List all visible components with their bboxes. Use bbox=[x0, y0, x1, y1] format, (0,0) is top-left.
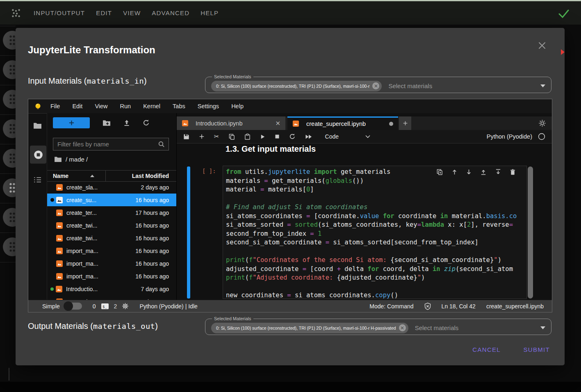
breadcrumb[interactable]: / made / bbox=[54, 156, 88, 163]
cell-type-select[interactable]: Code bbox=[325, 133, 339, 140]
jupyter-menu-settings[interactable]: Settings bbox=[198, 103, 219, 109]
duplicate-cell-icon[interactable] bbox=[437, 169, 443, 175]
stop-kernel-icon[interactable] bbox=[275, 134, 280, 139]
chevron-down-icon[interactable] bbox=[540, 326, 545, 329]
code-line[interactable] bbox=[226, 283, 526, 292]
chip-remove-icon[interactable]: ✕ bbox=[399, 324, 406, 331]
kernel-chip-icon[interactable] bbox=[122, 303, 129, 310]
copy-cells-icon[interactable] bbox=[229, 134, 235, 140]
notebook-scrollbar[interactable] bbox=[528, 166, 533, 299]
jupyter-menu-help[interactable]: Help bbox=[231, 103, 244, 109]
save-icon[interactable] bbox=[183, 134, 189, 140]
code-line[interactable]: print(f"Adjusted coordinate: {adjusted_c… bbox=[226, 273, 526, 283]
insert-cell-above-icon[interactable] bbox=[481, 169, 486, 175]
code-line[interactable]: second_from_top_index = 1 bbox=[226, 230, 526, 239]
file-row[interactable]: import_ma...16 hours ago bbox=[47, 244, 176, 257]
kernel-indicator[interactable]: Python (Pyodide) bbox=[487, 133, 545, 140]
new-folder-icon[interactable] bbox=[103, 120, 111, 126]
code-line[interactable]: materials = get_materials(globals()) bbox=[226, 177, 526, 186]
new-launcher-button[interactable] bbox=[53, 117, 90, 128]
input-materials-label: Input Materials (materials_in) bbox=[28, 76, 147, 86]
refresh-icon[interactable] bbox=[143, 119, 150, 126]
cancel-button[interactable]: CANCEL bbox=[470, 346, 503, 353]
chevron-down-icon[interactable] bbox=[540, 84, 545, 87]
restart-run-all-icon[interactable] bbox=[305, 134, 312, 139]
file-row[interactable]: create_twi...16 hours ago bbox=[47, 232, 176, 244]
code-line[interactable]: new_coordinates = si_atoms_coordinates.c… bbox=[226, 291, 526, 299]
terminal-count[interactable]: 0 bbox=[93, 303, 96, 310]
code-line[interactable] bbox=[226, 194, 526, 203]
appbar-menu-input-output[interactable]: INPUT/OUTPUT bbox=[34, 9, 85, 16]
command-mode-indicator[interactable]: Mode: Command bbox=[369, 303, 413, 310]
trust-shield-icon[interactable] bbox=[424, 303, 431, 310]
file-row[interactable]: create_su...16 hours ago bbox=[47, 194, 176, 206]
jupyter-menu-tabs[interactable]: Tabs bbox=[173, 103, 185, 109]
file-row[interactable]: Introductio...7 days ago bbox=[47, 283, 176, 295]
table-of-contents-tab-icon[interactable] bbox=[34, 177, 41, 185]
jupyter-menu-edit[interactable]: Edit bbox=[72, 103, 82, 109]
move-cell-down-icon[interactable] bbox=[466, 169, 472, 175]
insert-cell-below-icon[interactable] bbox=[495, 169, 501, 175]
cut-cells-icon[interactable]: ✂ bbox=[214, 133, 219, 140]
file-browser-tab-icon[interactable] bbox=[33, 122, 42, 131]
jupyter-menu-file[interactable]: File bbox=[50, 103, 60, 109]
upload-icon[interactable] bbox=[123, 120, 130, 126]
terminal-icon[interactable]: $_ bbox=[101, 303, 109, 310]
column-last-modified[interactable]: Last Modified bbox=[132, 173, 169, 179]
kernel-status-text[interactable]: Python (Pyodide) | Idle bbox=[139, 303, 197, 310]
paste-cells-icon[interactable] bbox=[244, 134, 251, 140]
column-name[interactable]: Name bbox=[53, 173, 94, 179]
tab-create-supercell[interactable]: create_supercell.ipynb bbox=[287, 116, 398, 130]
app-logo-icon[interactable] bbox=[11, 8, 21, 18]
file-row[interactable]: mat3ra-inv...6 days ago bbox=[47, 295, 176, 300]
run-cell-icon[interactable] bbox=[260, 134, 265, 139]
input-materials-select[interactable]: Selected Materials 0: Si, Silicon (100) … bbox=[205, 74, 551, 93]
input-material-chip[interactable]: 0: Si, Silicon (100) surface (reconstruc… bbox=[211, 81, 382, 91]
cell-collapser[interactable] bbox=[187, 166, 190, 299]
submit-button[interactable]: SUBMIT bbox=[521, 346, 552, 353]
code-line[interactable]: si_atoms_coordinates = [coordinate.value… bbox=[226, 212, 526, 221]
appbar-menu-help[interactable]: HELP bbox=[201, 9, 219, 16]
output-material-chip[interactable]: 0: Si, Silicon (100) surface (reconstruc… bbox=[211, 323, 408, 333]
status-filename[interactable]: create_supercell.ipynb bbox=[486, 303, 544, 310]
insert-cell-icon[interactable] bbox=[199, 134, 205, 139]
file-row[interactable]: import_ma...16 hours ago bbox=[47, 270, 176, 283]
simple-mode-toggle[interactable] bbox=[65, 303, 82, 310]
output-materials-select[interactable]: Selected Materials 0: Si, Silicon (100) … bbox=[205, 316, 551, 335]
code-line[interactable]: # Find and adjust Si atom coordinates bbox=[226, 203, 526, 212]
add-tab-button[interactable] bbox=[399, 116, 411, 130]
gear-icon[interactable] bbox=[538, 119, 546, 127]
cursor-position[interactable]: Ln 18, Col 42 bbox=[442, 303, 476, 310]
jupyter-menu-kernel[interactable]: Kernel bbox=[143, 103, 160, 109]
notebook-content: 1.3. Get input materials [ ]: from utils… bbox=[177, 144, 552, 300]
close-icon[interactable] bbox=[538, 41, 547, 50]
code-line[interactable]: si_atoms_sorted = sorted(si_atoms_coordi… bbox=[226, 221, 526, 230]
restart-kernel-icon[interactable] bbox=[289, 133, 296, 140]
appbar-menu-edit[interactable]: EDIT bbox=[96, 9, 112, 16]
kernel-count[interactable]: 2 bbox=[114, 303, 117, 310]
file-row[interactable]: import_ma...16 hours ago bbox=[47, 257, 176, 270]
jupyter-menu-run[interactable]: Run bbox=[120, 103, 131, 109]
check-icon[interactable] bbox=[558, 9, 570, 20]
file-state-dot bbox=[50, 249, 54, 253]
file-row[interactable]: create_twi...16 hours ago bbox=[47, 219, 176, 232]
close-tab-icon[interactable]: ✕ bbox=[275, 120, 280, 126]
code-editor[interactable]: from utils.jupyterlite import get_materi… bbox=[223, 166, 527, 299]
appbar-menu-advanced[interactable]: ADVANCED bbox=[152, 9, 189, 16]
code-line[interactable]: second_si_atom_coordinate = si_atoms_sor… bbox=[226, 238, 526, 247]
running-kernels-tab[interactable] bbox=[30, 146, 46, 164]
delete-cell-icon[interactable] bbox=[510, 169, 515, 175]
appbar-menu-view[interactable]: VIEW bbox=[123, 9, 141, 16]
file-row[interactable]: create_sla...2 days ago bbox=[47, 181, 176, 194]
tab-introduction[interactable]: Introduction.ipynb ✕ bbox=[177, 116, 285, 130]
file-row[interactable]: create_ter...17 hours ago bbox=[47, 206, 176, 219]
code-line[interactable]: material = materials[0] bbox=[226, 185, 526, 194]
chevron-down-icon[interactable] bbox=[365, 135, 370, 138]
file-filter-input[interactable] bbox=[53, 141, 158, 148]
code-line[interactable]: adjusted_coordinate = [coord + delta for… bbox=[226, 265, 526, 274]
code-line[interactable] bbox=[226, 247, 526, 256]
chip-remove-icon[interactable]: ✕ bbox=[372, 82, 379, 89]
jupyter-menu-view[interactable]: View bbox=[95, 103, 107, 109]
code-line[interactable]: print(f"Coordinates of the second Si ato… bbox=[226, 256, 526, 265]
move-cell-up-icon[interactable] bbox=[452, 169, 457, 175]
